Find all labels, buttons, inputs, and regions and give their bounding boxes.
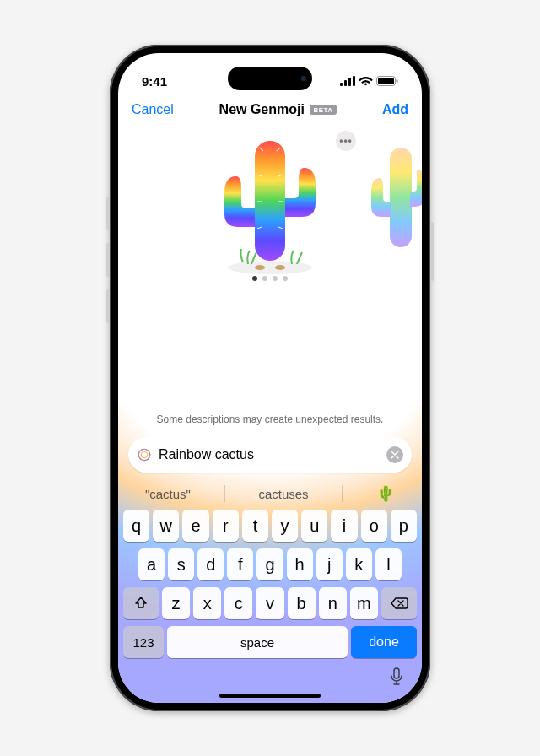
- hint-text: Some descriptions may create unexpected …: [118, 408, 422, 437]
- key-d[interactable]: d: [197, 548, 224, 580]
- suggestion-1[interactable]: "cactus": [145, 487, 191, 501]
- numbers-key[interactable]: 123: [123, 626, 164, 658]
- cellular-icon: [340, 76, 355, 86]
- genmoji-preview-main: [211, 126, 329, 278]
- suggestion-bar: "cactus" cactuses 🌵: [118, 479, 422, 506]
- key-y[interactable]: y: [272, 510, 298, 542]
- preview-area[interactable]: •••: [118, 126, 422, 286]
- key-i[interactable]: i: [331, 510, 357, 542]
- svg-rect-6: [397, 79, 398, 83]
- page-title: New Genmoji BETA: [219, 102, 338, 117]
- prompt-field[interactable]: [128, 437, 412, 472]
- add-button[interactable]: Add: [382, 102, 408, 117]
- prompt-input[interactable]: [159, 447, 380, 462]
- shift-key[interactable]: [123, 587, 159, 619]
- svg-point-7: [228, 261, 312, 274]
- intelligence-icon: [137, 447, 152, 462]
- more-options-button[interactable]: •••: [336, 131, 356, 151]
- beta-badge: BETA: [310, 105, 337, 115]
- clear-button[interactable]: [386, 446, 403, 463]
- key-z[interactable]: z: [162, 587, 190, 619]
- svg-rect-19: [390, 148, 412, 247]
- svg-rect-1: [344, 80, 347, 86]
- key-v[interactable]: v: [256, 587, 284, 619]
- key-a[interactable]: a: [138, 548, 165, 580]
- navbar: Cancel New Genmoji BETA Add: [118, 99, 422, 126]
- cancel-button[interactable]: Cancel: [132, 102, 174, 117]
- key-k[interactable]: k: [346, 548, 372, 580]
- key-s[interactable]: s: [168, 548, 194, 580]
- backspace-key[interactable]: [381, 587, 417, 619]
- key-f[interactable]: f: [227, 548, 253, 580]
- key-u[interactable]: u: [301, 510, 327, 542]
- page-indicator[interactable]: [252, 276, 288, 281]
- key-m[interactable]: m: [350, 587, 378, 619]
- svg-point-18: [275, 265, 285, 270]
- key-p[interactable]: p: [391, 510, 417, 542]
- status-icons: [340, 76, 398, 86]
- dynamic-island: [228, 67, 312, 90]
- svg-rect-23: [394, 668, 399, 678]
- wifi-icon: [359, 76, 373, 86]
- genmoji-preview-alt: [364, 141, 422, 259]
- home-indicator[interactable]: [219, 694, 321, 698]
- phone-frame: 9:41 Cancel New Genmoji BETA Add •••: [110, 45, 430, 711]
- svg-rect-0: [340, 83, 343, 86]
- key-e[interactable]: e: [182, 510, 208, 542]
- key-o[interactable]: o: [361, 510, 387, 542]
- key-g[interactable]: g: [256, 548, 283, 580]
- key-t[interactable]: t: [242, 510, 268, 542]
- svg-rect-3: [353, 76, 355, 86]
- lower-panel: Some descriptions may create unexpected …: [118, 405, 422, 703]
- key-c[interactable]: c: [224, 587, 252, 619]
- key-n[interactable]: n: [319, 587, 347, 619]
- screen: 9:41 Cancel New Genmoji BETA Add •••: [118, 53, 422, 703]
- suggestion-emoji[interactable]: 🌵: [376, 484, 395, 503]
- svg-rect-2: [348, 78, 351, 87]
- key-b[interactable]: b: [288, 587, 316, 619]
- key-r[interactable]: r: [213, 510, 239, 542]
- key-x[interactable]: x: [193, 587, 221, 619]
- svg-rect-8: [255, 141, 285, 261]
- keyboard: qwertyuiop asdfghjkl zxcvbnm 123 space: [118, 506, 422, 658]
- done-key[interactable]: done: [351, 626, 417, 658]
- svg-point-17: [255, 265, 265, 270]
- dictation-icon[interactable]: [390, 667, 403, 686]
- key-h[interactable]: h: [287, 548, 313, 580]
- space-key[interactable]: space: [167, 626, 348, 658]
- key-w[interactable]: w: [153, 510, 179, 542]
- battery-icon: [376, 76, 398, 86]
- key-j[interactable]: j: [316, 548, 343, 580]
- svg-point-22: [141, 451, 148, 458]
- suggestion-2[interactable]: cactuses: [258, 487, 308, 501]
- clock: 9:41: [142, 74, 167, 89]
- key-q[interactable]: q: [123, 510, 149, 542]
- svg-rect-5: [378, 78, 394, 84]
- key-l[interactable]: l: [375, 548, 402, 580]
